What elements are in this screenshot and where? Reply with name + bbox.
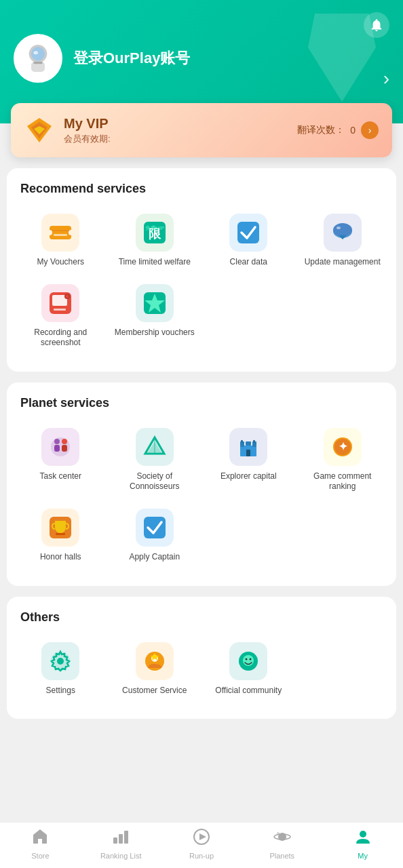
others-grid: Settings Customer Service — [14, 635, 389, 706]
recording-icon — [41, 284, 79, 322]
service-task-center[interactable]: Task center — [14, 421, 108, 502]
header-arrow[interactable]: › — [383, 68, 389, 90]
main-content: Recommend services My Vouchers — [0, 168, 403, 784]
svg-rect-41 — [246, 450, 250, 456]
service-membership[interactable]: Membership vouchers — [108, 277, 202, 358]
my-vouchers-icon — [41, 214, 79, 252]
svg-rect-5 — [33, 62, 42, 64]
service-game-comment[interactable]: ✦ Game comment ranking — [296, 421, 390, 502]
runup-label: Run-up — [189, 852, 214, 860]
svg-rect-42 — [241, 440, 243, 443]
svg-rect-62 — [124, 831, 128, 844]
vip-subtitle: 会员有效期: — [64, 133, 111, 145]
planet-grid: Task center Society of Connoisseurs — [14, 421, 389, 572]
task-center-label: Task center — [40, 471, 81, 482]
service-apply-captain[interactable]: Apply Captain — [108, 502, 202, 572]
service-explorer[interactable]: Explorer capital — [202, 421, 296, 502]
clear-data-icon — [229, 214, 267, 252]
honor-label: Honor halls — [40, 552, 81, 563]
planet-section: Planet services Task center — [7, 382, 396, 586]
svg-point-3 — [33, 51, 38, 54]
membership-icon — [136, 284, 174, 322]
recommend-section: Recommend services My Vouchers — [7, 168, 396, 372]
recommend-grid: My Vouchers 限 免费VIP Time limited welfare — [14, 207, 389, 358]
update-label: Update management — [305, 257, 381, 268]
service-time-limited[interactable]: 限 免费VIP Time limited welfare — [108, 207, 202, 277]
recording-label: Recording and screenshot — [18, 328, 104, 349]
nav-runup[interactable]: Run-up — [178, 828, 225, 860]
svg-rect-60 — [113, 837, 117, 844]
honor-icon — [41, 509, 79, 547]
service-recording[interactable]: Recording and screenshot — [14, 277, 108, 358]
service-update[interactable]: Update management — [296, 207, 390, 277]
time-limited-icon: 限 免费VIP — [136, 214, 174, 252]
svg-point-30 — [54, 439, 60, 444]
svg-point-52 — [57, 658, 64, 665]
task-center-icon — [41, 428, 79, 466]
svg-rect-31 — [54, 445, 60, 452]
avatar — [14, 34, 62, 83]
svg-rect-9 — [50, 226, 71, 239]
vip-icon — [24, 115, 54, 145]
nav-ranking[interactable]: Ranking List — [97, 828, 145, 860]
nav-my[interactable]: My — [339, 828, 387, 860]
svg-point-59 — [250, 658, 252, 660]
recommend-title: Recommend services — [14, 182, 389, 207]
vip-info: My VIP 会员有效期: — [64, 116, 111, 145]
svg-text:免费VIP: 免费VIP — [145, 225, 164, 231]
notification-button[interactable] — [364, 12, 389, 38]
svg-point-26 — [66, 295, 69, 298]
my-icon — [354, 828, 372, 850]
vip-arrow-button[interactable]: › — [361, 121, 379, 139]
clear-data-label: Clear data — [230, 257, 267, 268]
nav-store[interactable]: Store — [16, 828, 64, 860]
service-my-vouchers[interactable]: My Vouchers — [14, 207, 108, 277]
svg-point-32 — [62, 439, 67, 444]
apply-captain-label: Apply Captain — [129, 552, 180, 563]
vip-left: My VIP 会员有效期: — [24, 115, 111, 145]
login-text: 登录OurPlay账号 — [73, 48, 190, 68]
service-honor[interactable]: Honor halls — [14, 502, 108, 572]
vip-right: 翻译次数： 0 › — [297, 121, 379, 139]
bottom-nav: Store Ranking List Run-up — [0, 822, 403, 868]
svg-point-2 — [31, 47, 45, 60]
my-label: My — [358, 852, 368, 860]
service-society[interactable]: Society of Connoisseurs — [108, 421, 202, 502]
society-icon — [136, 428, 174, 466]
service-clear-data[interactable]: Clear data — [202, 207, 296, 277]
svg-rect-43 — [253, 440, 255, 443]
community-icon — [229, 642, 267, 680]
service-community[interactable]: Official community — [202, 635, 296, 706]
game-comment-icon: ✦ — [324, 428, 362, 466]
ranking-label: Ranking List — [100, 852, 142, 860]
planets-icon — [273, 828, 291, 850]
settings-icon — [41, 642, 79, 680]
others-section: Others Settings — [7, 597, 396, 719]
ranking-icon — [112, 828, 130, 850]
others-title: Others — [14, 610, 389, 635]
svg-point-67 — [277, 832, 280, 835]
membership-label: Membership vouchers — [115, 328, 195, 338]
svg-rect-61 — [119, 834, 123, 844]
society-label: Society of Connoisseurs — [112, 471, 198, 492]
svg-marker-64 — [199, 833, 206, 840]
store-icon — [31, 828, 49, 850]
service-settings[interactable]: Settings — [14, 635, 108, 706]
svg-rect-40 — [246, 441, 251, 446]
update-icon — [324, 214, 362, 252]
settings-label: Settings — [46, 686, 75, 696]
vip-title: My VIP — [64, 116, 111, 132]
svg-rect-13 — [54, 234, 67, 236]
nav-planets[interactable]: Planets — [258, 828, 306, 860]
explorer-icon — [229, 428, 267, 466]
svg-rect-33 — [62, 445, 67, 452]
vip-card[interactable]: My VIP 会员有效期: 翻译次数： 0 › — [11, 103, 392, 157]
service-customer[interactable]: Customer Service — [108, 635, 202, 706]
explorer-label: Explorer capital — [220, 471, 277, 482]
community-label: Official community — [215, 686, 282, 696]
time-limited-label: Time limited welfare — [119, 257, 191, 268]
svg-rect-24 — [54, 309, 66, 311]
planets-label: Planets — [269, 852, 294, 860]
customer-service-icon — [136, 642, 174, 680]
svg-point-68 — [360, 831, 366, 837]
